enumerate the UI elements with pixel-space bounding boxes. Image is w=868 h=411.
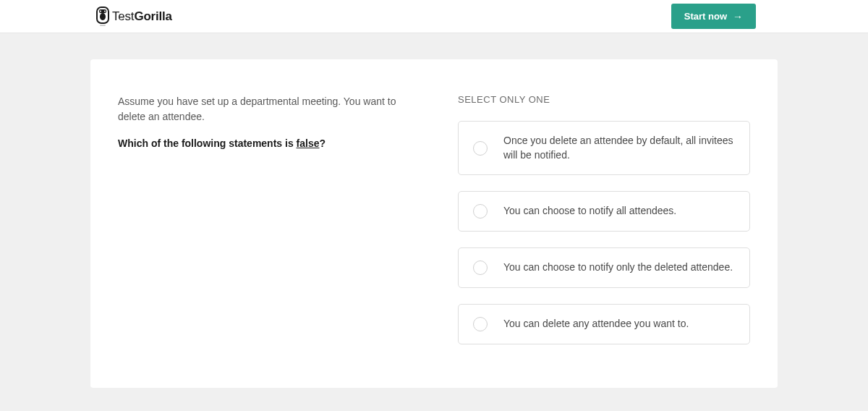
start-now-button[interactable]: Start now →	[671, 4, 756, 29]
answer-option[interactable]: You can choose to notify all attendees.	[458, 191, 750, 232]
header: TestGorilla Start now →	[0, 0, 868, 33]
question-context: Assume you have set up a departmental me…	[118, 94, 407, 124]
option-text: You can choose to notify all attendees.	[503, 204, 676, 219]
svg-point-4	[100, 13, 106, 20]
svg-rect-5	[100, 25, 106, 26]
answer-option[interactable]: You can choose to notify only the delete…	[458, 247, 750, 288]
brand-text: TestGorilla	[112, 9, 172, 24]
question-column: Assume you have set up a departmental me…	[118, 94, 407, 344]
radio-icon	[473, 204, 488, 219]
start-button-label: Start now	[684, 11, 727, 22]
select-instruction: SELECT ONLY ONE	[458, 94, 750, 105]
svg-point-2	[100, 10, 101, 12]
option-text: Once you delete an attendee by default, …	[503, 134, 735, 162]
answer-option[interactable]: You can delete any attendee you want to.	[458, 304, 750, 344]
radio-icon	[473, 260, 488, 275]
brand-logo[interactable]: TestGorilla	[96, 7, 172, 27]
radio-icon	[473, 317, 488, 331]
svg-point-3	[104, 10, 106, 12]
question-prompt: Which of the following statements is fal…	[118, 137, 407, 149]
answer-option[interactable]: Once you delete an attendee by default, …	[458, 121, 750, 175]
gorilla-icon	[96, 7, 109, 27]
content-area: Assume you have set up a departmental me…	[0, 33, 868, 411]
option-text: You can delete any attendee you want to.	[503, 317, 689, 331]
answers-column: SELECT ONLY ONE Once you delete an atten…	[458, 94, 750, 344]
arrow-right-icon: →	[733, 12, 743, 22]
question-card: Assume you have set up a departmental me…	[90, 59, 778, 388]
radio-icon	[473, 141, 488, 156]
option-text: You can choose to notify only the delete…	[503, 260, 733, 275]
